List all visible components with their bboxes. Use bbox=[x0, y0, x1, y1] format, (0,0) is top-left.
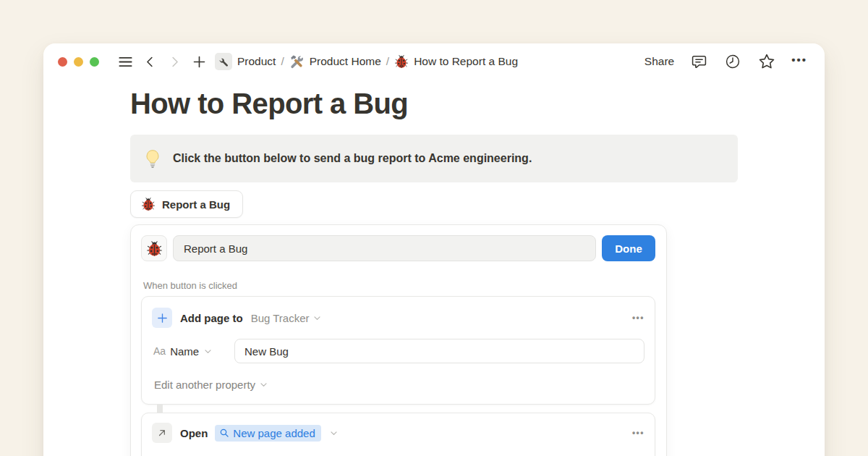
callout-text: Click the button below to send a bug rep… bbox=[173, 152, 532, 165]
callout-block: Click the button below to send a bug rep… bbox=[130, 135, 738, 182]
trigger-label: When button is clicked bbox=[143, 280, 655, 291]
back-button[interactable] bbox=[140, 52, 159, 71]
step-action-label: Add page to bbox=[180, 312, 243, 324]
topbar-actions: Share ••• bbox=[644, 52, 807, 71]
chevron-down-icon bbox=[203, 347, 213, 356]
step-card-open-page: Open New page added ••• bbox=[141, 413, 655, 456]
chevron-left-icon bbox=[143, 55, 157, 69]
step-action-row: Add page to Bug Tracker ••• bbox=[152, 308, 644, 328]
breadcrumb-label: Product Home bbox=[310, 55, 381, 68]
property-select[interactable]: Aa Name bbox=[153, 345, 234, 358]
nav-controls bbox=[116, 52, 208, 71]
chevron-down-icon bbox=[259, 380, 268, 389]
open-page-icon bbox=[152, 423, 172, 443]
button-config-panel: Done When button is clicked Add page to … bbox=[130, 224, 667, 456]
button-name-input[interactable] bbox=[173, 235, 596, 261]
report-bug-button[interactable]: Report a Bug bbox=[130, 190, 243, 218]
ladybug-icon bbox=[394, 54, 409, 69]
breadcrumb-separator: / bbox=[386, 55, 389, 68]
open-target-value: New page added bbox=[233, 427, 315, 439]
breadcrumb-item-product[interactable]: Product bbox=[215, 53, 276, 70]
comment-icon bbox=[691, 54, 707, 70]
step-card-add-page: Add page to Bug Tracker ••• Aa Name bbox=[141, 296, 655, 405]
add-page-icon bbox=[152, 308, 172, 328]
page-title: How to Report a Bug bbox=[130, 88, 738, 120]
property-row: Aa Name bbox=[152, 339, 644, 363]
edit-another-property-label: Edit another property bbox=[154, 379, 255, 391]
report-bug-button-label: Report a Bug bbox=[162, 198, 230, 211]
database-select-value: Bug Tracker bbox=[251, 312, 310, 324]
lightbulb-icon bbox=[143, 149, 162, 168]
close-window-button[interactable] bbox=[58, 57, 67, 67]
breadcrumb-item-current-page[interactable]: How to Report a Bug bbox=[394, 54, 518, 69]
forward-button[interactable] bbox=[165, 52, 184, 71]
done-button[interactable]: Done bbox=[602, 235, 655, 261]
property-name: Name bbox=[170, 345, 199, 358]
share-button[interactable]: Share bbox=[644, 55, 674, 68]
breadcrumb-separator: / bbox=[281, 55, 284, 68]
database-select[interactable]: Bug Tracker bbox=[251, 312, 322, 324]
edit-another-property-button[interactable]: Edit another property bbox=[152, 379, 268, 391]
traffic-lights bbox=[58, 57, 99, 67]
star-icon bbox=[758, 53, 775, 70]
breadcrumb-label: How to Report a Bug bbox=[414, 55, 518, 68]
step1-more-button[interactable]: ••• bbox=[632, 313, 644, 322]
step-action-label: Open bbox=[180, 427, 208, 439]
updates-button[interactable] bbox=[723, 52, 742, 71]
ladybug-icon bbox=[146, 240, 163, 257]
breadcrumb-label: Product bbox=[237, 55, 276, 68]
more-options-button[interactable]: ••• bbox=[791, 54, 807, 69]
step-action-row: Open New page added ••• bbox=[152, 423, 644, 443]
step-connector bbox=[157, 405, 163, 413]
favorite-button[interactable] bbox=[757, 52, 776, 71]
minimize-window-button[interactable] bbox=[74, 57, 83, 67]
search-icon bbox=[219, 428, 229, 438]
open-target-select[interactable]: New page added bbox=[215, 425, 320, 442]
hammer-wrench-icon bbox=[289, 54, 305, 69]
comments-button[interactable] bbox=[689, 52, 708, 71]
arrow-up-right-icon bbox=[156, 427, 168, 439]
app-window: Product / Product Home / How to Report a… bbox=[43, 43, 825, 456]
window-topbar: Product / Product Home / How to Report a… bbox=[43, 43, 825, 78]
property-value-input[interactable] bbox=[234, 339, 644, 363]
ladybug-icon bbox=[141, 197, 156, 211]
hamburger-icon bbox=[117, 54, 134, 70]
breadcrumb: Product / Product Home / How to Report a… bbox=[215, 53, 518, 70]
chevron-down-icon bbox=[329, 428, 339, 438]
page-content: How to Report a Bug Click the button bel… bbox=[43, 78, 825, 456]
step2-more-button[interactable]: ••• bbox=[632, 428, 644, 437]
breadcrumb-item-product-home[interactable]: Product Home bbox=[289, 54, 381, 69]
text-property-type-icon: Aa bbox=[153, 345, 166, 357]
wrench-icon bbox=[215, 53, 232, 70]
chevron-down-icon bbox=[312, 313, 322, 323]
clock-icon bbox=[725, 54, 741, 69]
plus-icon bbox=[192, 54, 207, 69]
chevron-right-icon bbox=[168, 55, 182, 69]
maximize-window-button[interactable] bbox=[90, 57, 99, 67]
sidebar-menu-button[interactable] bbox=[116, 52, 135, 71]
new-page-button[interactable] bbox=[190, 52, 208, 71]
button-icon-picker[interactable] bbox=[141, 235, 167, 261]
panel-header: Done bbox=[141, 235, 655, 261]
